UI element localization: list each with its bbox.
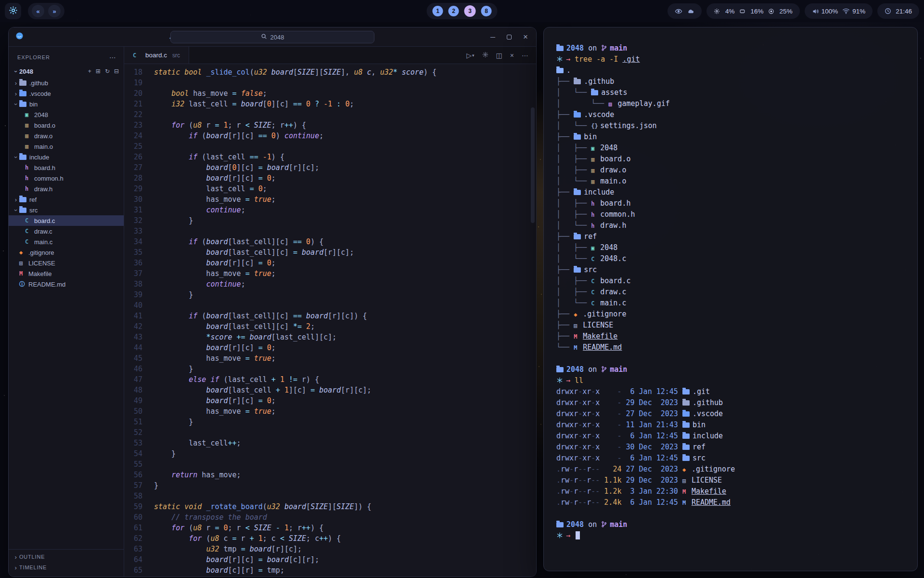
code-line-61[interactable]: 61 for (u8 r = 0; r < SIZE - 1; r++) { <box>124 523 536 533</box>
explorer-item-README.md[interactable]: ⓘREADME.md <box>9 279 124 289</box>
code-line-31[interactable]: 31 continue; <box>124 205 536 215</box>
code-line-26[interactable]: 26 if (last_cell == -1) { <box>124 152 536 162</box>
timeline-panel-header[interactable]: › TIMELINE <box>9 562 124 573</box>
explorer-root-folder[interactable]: › 2048 + ⊞ ↻ ⊟ <box>9 65 124 78</box>
editor-scrollbar-thumb[interactable] <box>531 107 535 223</box>
code-line-29[interactable]: 29 last_cell = 0; <box>124 184 536 194</box>
tab-board-c[interactable]: C board.c src <box>124 47 189 64</box>
close-editor-button[interactable]: × <box>510 52 514 59</box>
explorer-item-.gitignore[interactable]: ◆.gitignore <box>9 247 124 258</box>
code-line-63[interactable]: 63 u32 tmp = board[r][c]; <box>124 544 536 554</box>
media-next-button[interactable]: » <box>48 5 61 17</box>
code-line-32[interactable]: 32 } <box>124 215 536 226</box>
minimize-button[interactable]: ─ <box>489 33 497 41</box>
code-line-52[interactable]: 52 <box>124 427 536 438</box>
code-line-40[interactable]: 40 <box>124 300 536 311</box>
code-line-50[interactable]: 50 has_move = true; <box>124 406 536 417</box>
audio-network-widget[interactable]: 100% 91% <box>805 3 873 19</box>
code-line-20[interactable]: 20 bool has_move = false; <box>124 88 536 99</box>
code-line-47[interactable]: 47 else if (last_cell + 1 != r) { <box>124 374 536 385</box>
explorer-item-bin[interactable]: ›bin <box>9 99 124 109</box>
code-line-62[interactable]: 62 for (u8 c = r + 1; c < SIZE; c++) { <box>124 533 536 544</box>
maximize-button[interactable] <box>505 33 513 41</box>
new-file-button[interactable]: + <box>88 68 91 75</box>
refresh-explorer-button[interactable]: ↻ <box>105 68 110 75</box>
code-line-45[interactable]: 45 has_move = true; <box>124 353 536 364</box>
code-line-53[interactable]: 53 last_cell++; <box>124 438 536 448</box>
command-center-search[interactable]: 2048 <box>170 31 374 43</box>
close-button[interactable]: × <box>522 33 529 41</box>
explorer-item-main.c[interactable]: Cmain.c <box>9 236 124 247</box>
editor-titlebar[interactable]: ← → 2048 ─ × <box>9 27 536 47</box>
explorer-item-Makefile[interactable]: MMakefile <box>9 268 124 279</box>
code-line-25[interactable]: 25 <box>124 141 536 152</box>
clock-widget[interactable]: 21:46 <box>877 3 919 19</box>
media-prev-button[interactable]: « <box>32 5 44 17</box>
code-line-19[interactable]: 19 <box>124 78 536 88</box>
explorer-item-common.h[interactable]: hcommon.h <box>9 173 124 184</box>
code-line-23[interactable]: 23 for (u8 r = 1; r < SIZE; r++) { <box>124 120 536 131</box>
code-line-22[interactable]: 22 <box>124 109 536 120</box>
code-line-44[interactable]: 44 board[r][c] = 0; <box>124 342 536 353</box>
code-line-54[interactable]: 54 } <box>124 448 536 459</box>
code-line-60[interactable]: 60 // transpose the board <box>124 512 536 523</box>
workspace-8[interactable]: 8 <box>481 6 492 16</box>
weather-widget[interactable] <box>667 3 702 19</box>
code-line-42[interactable]: 42 board[last_cell][c] *= 2; <box>124 321 536 332</box>
explorer-item-LICENSE[interactable]: ▤LICENSE <box>9 258 124 268</box>
explorer-item-main.o[interactable]: ▦main.o <box>9 141 124 152</box>
explorer-more-button[interactable]: ⋯ <box>109 53 116 61</box>
explorer-item-ref[interactable]: ›ref <box>9 194 124 205</box>
explorer-item-draw.h[interactable]: hdraw.h <box>9 184 124 194</box>
explorer-item-board.c[interactable]: Cboard.c <box>9 215 124 226</box>
new-folder-button[interactable]: ⊞ <box>96 68 101 75</box>
code-line-59[interactable]: 59static void _rotate_board(u32 board[SI… <box>124 501 536 512</box>
explorer-item-2048[interactable]: ▣2048 <box>9 109 124 120</box>
code-line-35[interactable]: 35 board[last_cell][c] = board[r][c]; <box>124 247 536 258</box>
terminal-window[interactable]: 2048 on main→ tree -a -I .git.├── .githu… <box>543 27 918 571</box>
workspace-3[interactable]: 3 <box>464 5 476 17</box>
code-line-57[interactable]: 57} <box>124 480 536 491</box>
settings-gear-button[interactable] <box>482 52 488 59</box>
explorer-item-include[interactable]: ›include <box>9 152 124 162</box>
explorer-item-board.o[interactable]: ▦board.o <box>9 120 124 131</box>
code-line-43[interactable]: 43 *score += board[last_cell][c]; <box>124 332 536 342</box>
split-editor-button[interactable]: ◫ <box>496 52 502 59</box>
outline-panel-header[interactable]: › OUTLINE <box>9 552 124 562</box>
code-line-65[interactable]: 65 board[c][r] = tmp; <box>124 565 536 576</box>
code-line-37[interactable]: 37 has_move = true; <box>124 268 536 279</box>
code-line-36[interactable]: 36 board[r][c] = 0; <box>124 258 536 268</box>
code-line-46[interactable]: 46 } <box>124 364 536 374</box>
explorer-item-board.h[interactable]: hboard.h <box>9 162 124 173</box>
explorer-item-src[interactable]: ›src <box>9 205 124 215</box>
code-line-55[interactable]: 55 <box>124 459 536 470</box>
code-line-21[interactable]: 21 i32 last_cell = board[0][c] == 0 ? -1… <box>124 99 536 109</box>
explorer-item-.vscode[interactable]: ›.vscode <box>9 88 124 99</box>
code-line-24[interactable]: 24 if (board[r][c] == 0) continue; <box>124 131 536 141</box>
code-line-30[interactable]: 30 has_move = true; <box>124 194 536 205</box>
code-line-38[interactable]: 38 continue; <box>124 279 536 289</box>
code-line-18[interactable]: 18static bool _slide_col(u32 board[SIZE]… <box>124 67 536 78</box>
explorer-item-draw.c[interactable]: Cdraw.c <box>9 226 124 236</box>
launcher-button[interactable] <box>5 3 21 19</box>
code-editor[interactable]: 18static bool _slide_col(u32 board[SIZE]… <box>124 64 536 577</box>
code-line-34[interactable]: 34 if (board[last_cell][c] == 0) { <box>124 236 536 247</box>
code-line-39[interactable]: 39 } <box>124 289 536 300</box>
code-line-64[interactable]: 64 board[r][c] = board[c][r]; <box>124 554 536 565</box>
run-button[interactable]: ▷▾ <box>466 52 474 59</box>
workspace-2[interactable]: 2 <box>449 6 459 16</box>
code-line-56[interactable]: 56 return has_move; <box>124 470 536 480</box>
code-line-48[interactable]: 48 board[last_cell + 1][c] = board[r][c]… <box>124 385 536 395</box>
code-line-58[interactable]: 58 <box>124 491 536 501</box>
code-line-27[interactable]: 27 board[0][c] = board[r][c]; <box>124 162 536 173</box>
code-line-28[interactable]: 28 board[r][c] = 0; <box>124 173 536 184</box>
terminal-output[interactable]: 2048 on main→ tree -a -I .git.├── .githu… <box>544 27 917 571</box>
system-stats[interactable]: 4%16%25% <box>706 3 800 19</box>
code-line-51[interactable]: 51 } <box>124 417 536 427</box>
more-actions-button[interactable]: ⋯ <box>522 52 528 59</box>
code-line-49[interactable]: 49 board[r][c] = 0; <box>124 395 536 406</box>
terminal-cursor[interactable] <box>576 531 580 539</box>
code-line-41[interactable]: 41 if (board[last_cell][c] == board[r][c… <box>124 311 536 321</box>
collapse-folders-button[interactable]: ⊟ <box>114 68 119 75</box>
workspace-1[interactable]: 1 <box>433 6 443 16</box>
